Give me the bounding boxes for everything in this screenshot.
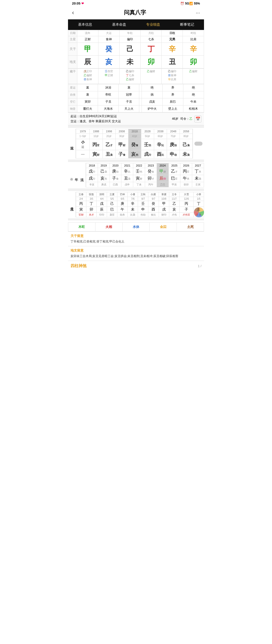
- day-tg: 辛: [162, 43, 183, 56]
- month-star: 七杀: [141, 36, 162, 43]
- dayun-header: 大 运 1979 1988 1998 2008 2018 2028 2038 2…: [68, 129, 204, 158]
- zizuo-3: 冠带: [119, 91, 139, 98]
- dy-lo-5: 戌印: [141, 150, 154, 158]
- ly-up-9: 丁杀: [192, 168, 204, 175]
- jq-6: 立秋: [138, 192, 148, 197]
- lym-up-5: 辛: [128, 201, 138, 207]
- canggan-day: 己偏印 癸食神 辛比肩: [162, 69, 183, 84]
- dayun-upper-row: 小运 丙官 乙才 甲财 癸食 壬伤 辛比 庚劫 己枭: [76, 139, 193, 150]
- xingyun-4: [139, 84, 142, 91]
- hour-star: 比肩: [183, 36, 204, 43]
- ly-yr-3: 2021: [121, 163, 133, 168]
- dy-yr-8: 2058: [180, 129, 192, 134]
- lym-lo-1: 卯: [86, 207, 97, 213]
- dy-yr-4: 2018: [128, 129, 141, 134]
- lym-up-8: 甲: [159, 201, 169, 207]
- qiyun-right: 46岁 司令：乙 📅: [172, 115, 201, 123]
- tab-basic-chart[interactable]: 基本命盘: [102, 19, 136, 30]
- xingyun-6: 养: [162, 84, 183, 91]
- main-content: 日期 流年 大运 年柱 月柱 日柱 时柱 主星 正财 食神 偏印 七杀 元男 比…: [68, 30, 204, 271]
- tab-notes[interactable]: 断事笔记: [170, 19, 204, 30]
- ly-yr-6: 2024: [157, 163, 168, 168]
- canggan-liuyear: 戊正印 乙偏财 癸食神: [77, 69, 98, 84]
- dt-6: 8/7: [138, 197, 148, 201]
- kw-4: [139, 98, 142, 105]
- ly-lo-8: 午杀: [180, 175, 192, 182]
- cg-item: 乙偏财: [189, 69, 197, 73]
- ly-lo-6: 辰印: [157, 175, 168, 182]
- dy-lo-2: 丑枭: [103, 150, 115, 158]
- ly-yr-0: 2018: [86, 163, 98, 168]
- dy-up-5: 壬伤: [141, 139, 154, 150]
- dy-yr-1: 1988: [90, 129, 103, 134]
- ly-yr-8: 2026: [180, 163, 192, 168]
- cg-item: 癸食神: [168, 73, 176, 77]
- dizhi-notes-content: 亥卯未三合木局;亥丑见癸暗三会;亥丑拱会;未丑相刑;丑未相冲;辰丑相破;卯辰相害: [71, 254, 201, 259]
- kw-6: 辰巳: [162, 98, 183, 105]
- dayun-section: 大 运 1979 1988 1998 2008 2018 2028 2038 2…: [68, 127, 204, 159]
- liuyun-header: 流 年 小运 2018 2019 2020 2021 2022 2023 202…: [68, 163, 204, 187]
- kw-2: 子丑: [98, 98, 119, 105]
- lym-up-6: 壬: [138, 201, 148, 207]
- ly-sub-9: 壬寅: [192, 182, 204, 187]
- lym-up-1: 丁: [86, 201, 97, 207]
- dayun-year-row: 1979 1988 1998 2008 2018 2028 2038 2048 …: [76, 129, 193, 134]
- ny-4: [139, 105, 142, 112]
- liuyun-section-label: 流 年 小运: [68, 163, 86, 187]
- ly-sub-5: 丙午: [145, 182, 157, 187]
- year-tg: 己: [119, 43, 141, 56]
- dy-up-6: 辛比: [154, 139, 167, 150]
- xingyun-5: 绝: [142, 84, 162, 91]
- ly-yr-1: 2019: [98, 163, 110, 168]
- dizhi-notes: 地支留意 亥卯未三合木局;亥丑见癸暗三会;亥丑拱会;未丑相刑;丑未相冲;辰丑相破…: [68, 246, 204, 261]
- dy-age-7: 70岁: [167, 134, 180, 139]
- dt-11: 1/5: [193, 197, 204, 201]
- dayun-dz: 亥: [98, 56, 119, 68]
- liuyun-scroll[interactable]: 2018 2019 2020 2021 2022 2023 2024 2025 …: [86, 163, 204, 187]
- dayun-label-cell: 大运: [98, 30, 119, 36]
- jq-1: 惊蛰: [86, 192, 97, 197]
- lym-tag-row: 官财 杀才 印印 枭官 劫杀 比枭 伤劫 食比 财印 才伤 才伤官 官枭: [76, 213, 204, 217]
- liuyue-scroll[interactable]: 立春 惊蛰 清明 立夏 芒种 小暑 立秋 白露 寒露 立冬 大雪 小寒: [76, 192, 204, 217]
- yearpost-label: 年柱: [119, 30, 141, 36]
- lym-lo-3: 巳: [107, 207, 117, 213]
- dy-yr-0: 1979: [76, 129, 90, 134]
- kw-3: 子丑: [119, 98, 139, 105]
- ly-sub-2: 己酉: [110, 182, 121, 187]
- more-button[interactable]: ···: [196, 10, 200, 16]
- dy-yr-2: 1998: [103, 129, 115, 134]
- calendar-icon[interactable]: 📅: [194, 115, 201, 123]
- dayun-toggle[interactable]: [194, 142, 202, 146]
- toggle-cell: [193, 129, 204, 158]
- zizuo-label: 自坐: [68, 91, 77, 98]
- qiyun-line1: 起运：出生后9年6月24天13时起运: [71, 114, 172, 118]
- lym-tg-3: 枭官: [107, 213, 117, 217]
- ly-sub-1: 庚戌: [98, 182, 110, 187]
- lym-tg-6: 伤劫: [138, 213, 148, 217]
- lym-lo-10: 子: [179, 207, 193, 213]
- xingyun-row: 星运 墓 沐浴 衰 绝 养 绝: [68, 84, 204, 91]
- dayun-scroll[interactable]: 1979 1988 1998 2008 2018 2028 2038 2048 …: [76, 129, 193, 158]
- jieqi-row: 立春 惊蛰 清明 立夏 芒种 小暑 立秋 白露 寒露 立冬 大雪 小寒: [76, 192, 204, 197]
- lym-lo-6: 申: [138, 207, 148, 213]
- tab-pro-chart[interactable]: 专业细盘: [136, 19, 170, 30]
- dt-5: 7/6: [128, 197, 138, 201]
- tab-basic-info[interactable]: 基本信息: [68, 19, 102, 30]
- cg-item: 乙偏财: [84, 73, 92, 77]
- liuyear-label: 流年: [77, 30, 98, 36]
- zizuo-5: 病: [142, 91, 162, 98]
- dy-up-7: 庚劫: [167, 139, 180, 150]
- dy-up-0: 小运: [76, 139, 90, 150]
- back-button[interactable]: ‹: [72, 9, 74, 16]
- ly-lo-5: 卯才: [145, 175, 157, 182]
- tab-bar: 基本信息 基本命盘 专业细盘 断事笔记: [68, 19, 204, 30]
- lym-upper-row: 丙 丁 戊 己 庚 辛 壬 癸 甲 乙 丙 丁: [76, 201, 204, 207]
- wuxing-fire: 火相: [95, 223, 123, 231]
- zizuo-row: 自坐 衰 帝旺 冠带 病 养 绝: [68, 91, 204, 98]
- lym-lo-0: 寅: [76, 207, 86, 213]
- jq-4: 芒种: [117, 192, 128, 197]
- hour-dz: 卯: [183, 56, 204, 68]
- ly-lo-7: 巳官: [168, 175, 180, 182]
- lym-lo-5: 未: [128, 207, 138, 213]
- lym-tg-8: 财印: [159, 213, 169, 217]
